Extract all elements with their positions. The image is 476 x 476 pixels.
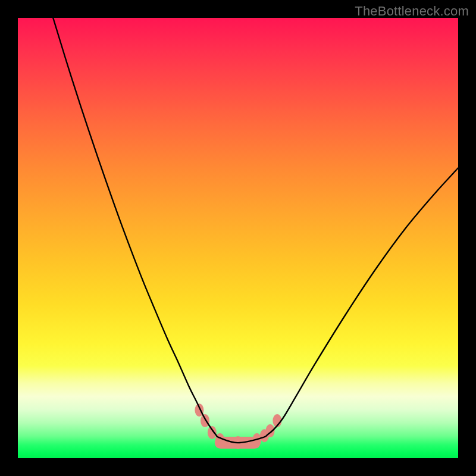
chart-stage: TheBottleneck.com (0, 0, 476, 476)
bottleneck-curve (53, 18, 458, 443)
attribution-text: TheBottleneck.com (355, 4, 469, 19)
chart-svg (18, 18, 458, 458)
salmon-marker (201, 414, 209, 427)
salmon-marker (208, 426, 217, 439)
plot-area (18, 18, 458, 458)
